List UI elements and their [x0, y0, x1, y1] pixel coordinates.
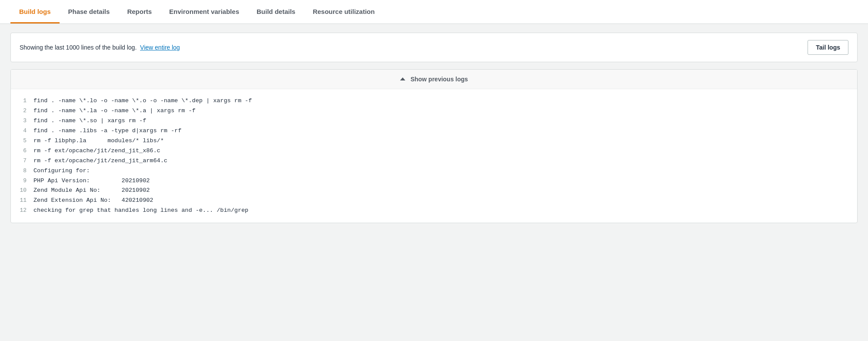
log-line-row: 10Zend Module Api No: 20210902	[18, 186, 847, 196]
tab-build-logs[interactable]: Build logs	[10, 0, 60, 23]
show-previous-logs-label: Show previous logs	[411, 76, 468, 83]
line-number: 6	[18, 146, 33, 156]
show-previous-logs-bar[interactable]: Show previous logs	[11, 70, 857, 89]
tabs-bar: Build logs Phase details Reports Environ…	[0, 0, 868, 24]
line-number: 7	[18, 156, 33, 166]
log-line-row: 2find . -name \*.la -o -name \*.a | xarg…	[18, 106, 847, 116]
line-content: Zend Extension Api No: 420210902	[33, 196, 153, 206]
line-content: Zend Module Api No: 20210902	[33, 186, 150, 196]
log-line-row: 12checking for grep that handles long li…	[18, 206, 847, 216]
line-number: 1	[18, 96, 33, 106]
log-line-row: 8Configuring for:	[18, 166, 847, 176]
line-number: 11	[18, 196, 33, 205]
log-lines-container: 1find . -name \*.lo -o -name \*.o -o -na…	[11, 89, 857, 223]
line-content: rm -f libphp.la modules/* libs/*	[33, 136, 164, 146]
line-content: PHP Api Version: 20210902	[33, 176, 150, 186]
info-bar-text: Showing the last 1000 lines of the build…	[20, 44, 180, 51]
line-number: 8	[18, 166, 33, 176]
line-content: find . -name \*.la -o -name \*.a | xargs…	[33, 106, 196, 116]
log-line-row: 9PHP Api Version: 20210902	[18, 176, 847, 186]
tab-resource-utilization[interactable]: Resource utilization	[304, 0, 384, 23]
main-content: Showing the last 1000 lines of the build…	[0, 24, 868, 232]
line-content: checking for grep that handles long line…	[33, 206, 248, 216]
tab-environment-variables[interactable]: Environment variables	[160, 0, 248, 23]
line-number: 5	[18, 136, 33, 146]
log-line-row: 1find . -name \*.lo -o -name \*.o -o -na…	[18, 96, 847, 106]
line-number: 9	[18, 176, 33, 186]
tab-build-details[interactable]: Build details	[248, 0, 304, 23]
line-content: find . -name \*.so | xargs rm -f	[33, 116, 146, 126]
line-content: Configuring for:	[33, 166, 90, 176]
line-number: 2	[18, 106, 33, 116]
tab-reports[interactable]: Reports	[118, 0, 160, 23]
line-number: 10	[18, 186, 33, 195]
log-line-row: 7rm -f ext/opcache/jit/zend_jit_arm64.c	[18, 156, 847, 166]
line-content: find . -name \*.lo -o -name \*.o -o -nam…	[33, 96, 252, 106]
tail-logs-button[interactable]: Tail logs	[808, 40, 848, 55]
line-content: rm -f ext/opcache/jit/zend_jit_arm64.c	[33, 156, 167, 166]
logs-panel: Show previous logs 1find . -name \*.lo -…	[10, 69, 858, 223]
log-line-row: 3find . -name \*.so | xargs rm -f	[18, 116, 847, 126]
log-line-row: 5rm -f libphp.la modules/* libs/*	[18, 136, 847, 146]
info-text-before-link: Showing the last 1000 lines of the build…	[20, 44, 137, 51]
line-content: rm -f ext/opcache/jit/zend_jit_x86.c	[33, 146, 160, 156]
line-number: 3	[18, 116, 33, 126]
log-line-row: 6rm -f ext/opcache/jit/zend_jit_x86.c	[18, 146, 847, 156]
line-number: 4	[18, 126, 33, 136]
chevron-up-icon	[400, 77, 405, 80]
line-number: 12	[18, 206, 33, 215]
tab-phase-details[interactable]: Phase details	[60, 0, 119, 23]
info-bar: Showing the last 1000 lines of the build…	[10, 33, 858, 62]
log-line-row: 11Zend Extension Api No: 420210902	[18, 196, 847, 206]
line-content: find . -name .libs -a -type d|xargs rm -…	[33, 126, 181, 136]
log-line-row: 4find . -name .libs -a -type d|xargs rm …	[18, 126, 847, 136]
view-entire-log-link[interactable]: View entire log	[140, 44, 180, 51]
